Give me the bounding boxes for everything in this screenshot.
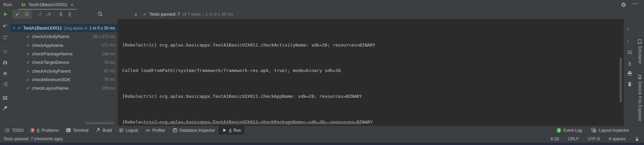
clear-console-button[interactable] [627, 81, 632, 87]
test-duration: 1 m 0 s 30 ms [90, 26, 115, 31]
collapse-all-icon [67, 12, 73, 17]
attach-debugger-button[interactable] [2, 71, 8, 76]
sort-alphabetically-button[interactable]: ↓ az [35, 10, 44, 18]
tool-window-todo[interactable]: TODO [1, 126, 27, 134]
taskbar-edge [0, 143, 644, 145]
test-passed-icon: ✔ [17, 25, 21, 31]
caret-position[interactable]: 8:28 [551, 137, 559, 141]
printer-icon [627, 71, 632, 76]
status-bar: Tests passed: 7 (moments ago) 8:28 CRLF … [0, 134, 644, 143]
toolbar-separator [2, 46, 9, 46]
readonly-lock-icon[interactable] [634, 137, 639, 141]
thread-dump-button[interactable] [2, 60, 8, 65]
bug-icon [2, 71, 8, 76]
device-phone-icon [637, 74, 642, 79]
no-entry-icon: ∅ [25, 12, 29, 17]
arrow-down-icon: ↓ [627, 37, 630, 43]
console-line: [Robolectric] org.aplas.basicappx.TestA1… [122, 41, 624, 49]
rerun-failed-tests-button[interactable] [2, 23, 8, 29]
test-history-button[interactable] [96, 10, 104, 18]
test-tree-row[interactable]: ✔ checkActivityParent 91 ms [10, 67, 118, 75]
tests-passed-detail: of 7 tests – 1 m 0 s 30 ms [182, 12, 233, 17]
test-tree-row[interactable]: ✔ checkLayoutName 100 ms [10, 84, 118, 92]
encoding-indicator[interactable]: UTF-8 [588, 137, 600, 141]
event-log-count-badge: 1 [557, 128, 561, 133]
next-occurrence-button[interactable]: ↓ [87, 10, 96, 18]
test-duration: 76 ms [104, 77, 115, 82]
test-tree-row[interactable]: ✔ checkMinimumSDK 76 ms [10, 75, 118, 84]
test-passed-icon: ✔ [26, 86, 30, 91]
test-status-summary: ✔ Tests passed: 7 of 7 tests – 1 m 0 s 3… [143, 12, 234, 17]
tool-window-database-inspector[interactable]: Database Inspector [169, 126, 219, 134]
toolbar-separator [76, 11, 76, 17]
tool-window-run[interactable]: 4: Run [219, 126, 244, 134]
hide-window-icon[interactable]: — [632, 0, 638, 6]
test-duration: 100 ms [102, 86, 115, 91]
emulator-phone-icon [637, 39, 642, 44]
test-tree-row[interactable]: ✔ checkAppName 171 ms [10, 41, 118, 50]
terminal-label: Terminal [73, 128, 88, 133]
rerun-tests-button[interactable] [1, 10, 10, 18]
test-duration: 145 ms [102, 52, 115, 56]
console-vertical-scrollbar[interactable] [619, 58, 622, 103]
test-duration: 75 ms [104, 60, 115, 65]
toggle-auto-test-button[interactable] [2, 35, 8, 40]
tool-window-profiler[interactable]: Profiler [142, 126, 169, 134]
tool-window-terminal[interactable]: Terminal [62, 126, 92, 134]
test-tree-row[interactable]: ✔ checkTargetDevice 75 ms [10, 58, 118, 67]
arrow-into-frame-icon [2, 81, 8, 87]
tree-horizontal-scrollbar[interactable] [85, 122, 114, 124]
tests-passed-text: Tests passed: 7 [149, 12, 180, 17]
prev-stacktrace-button[interactable]: ↑ [627, 26, 630, 32]
test-tree-root-row[interactable]: > ✔ TestA1BasicUIX011 (org.aplas.basi 1 … [10, 24, 118, 32]
right-tool-window-bar: Emulator Device File Explorer [635, 9, 644, 126]
test-tree-row[interactable]: ✔ checkPackageName 145 ms [10, 50, 118, 58]
arrow-up-icon: ↑ [627, 26, 630, 32]
collapse-all-button[interactable] [65, 10, 74, 18]
event-log-button[interactable]: 1 Event Log [553, 128, 585, 133]
run-tab-title: TestA1BasicUIX011 [28, 2, 67, 7]
settings-gear-icon[interactable] [621, 2, 626, 7]
run-play-icon [222, 128, 227, 133]
test-passed-icon: ✔ [26, 34, 30, 39]
close-tab-icon[interactable]: × [70, 2, 73, 7]
console-horizontal-scrollbar[interactable] [143, 122, 362, 124]
hammer-icon [95, 128, 101, 133]
test-passed-icon: ✔ [26, 69, 30, 74]
test-passed-icon: ✔ [26, 51, 30, 56]
layout-inspector-button[interactable]: Layout Inspector [588, 128, 632, 133]
arrow-down-icon: ↓ [90, 12, 93, 17]
test-tree-row[interactable]: ✔ checkActivityName 59 s 372 ms [10, 32, 118, 41]
indent-indicator[interactable]: 4 spaces [609, 137, 626, 141]
build-label: Build [103, 128, 112, 133]
test-name: checkLayoutName [32, 86, 69, 91]
pin-tab-button[interactable] [2, 105, 8, 111]
soft-wrap-button[interactable] [627, 50, 632, 55]
tool-window-logcat[interactable]: Logcat [115, 126, 142, 134]
tool-window-emulator[interactable]: Emulator [635, 39, 644, 64]
show-passed-toggle[interactable]: ✔ [13, 10, 22, 18]
tool-window-bar: TODO ! 6: Problems Terminal Build Logcat [0, 126, 644, 134]
sort-by-duration-button[interactable]: ↓ [44, 10, 53, 18]
tool-window-build[interactable]: Build [92, 126, 115, 134]
expand-all-button[interactable] [57, 10, 65, 18]
emulator-label: Emulator [638, 46, 642, 64]
show-ignored-toggle[interactable]: ∅ [22, 10, 31, 18]
tool-window-problems[interactable]: ! 6: Problems [27, 126, 62, 134]
scroll-to-end-button[interactable] [627, 60, 632, 66]
stop-button[interactable] [2, 49, 8, 54]
chevron-down-icon[interactable]: > [12, 27, 16, 29]
trash-icon [627, 81, 632, 87]
print-button[interactable] [627, 71, 632, 76]
arrow-up-icon: ↑ [81, 12, 84, 17]
jump-to-source-button[interactable] [2, 81, 8, 87]
layout-settings-button[interactable] [2, 95, 8, 101]
next-stacktrace-button[interactable]: ↓ [627, 38, 630, 43]
run-configuration-tab[interactable]: TestA1BasicUIX011 × [18, 0, 77, 9]
previous-occurrence-button[interactable]: ↑ [78, 10, 87, 18]
line-ending-indicator[interactable]: CRLF [568, 137, 579, 141]
test-duration: 91 ms [104, 69, 115, 73]
toolbar-overflow-icon[interactable]: » [134, 12, 138, 17]
toolbar-separator [54, 11, 55, 17]
tool-window-device-file-explorer[interactable]: Device File Explorer [635, 74, 644, 121]
